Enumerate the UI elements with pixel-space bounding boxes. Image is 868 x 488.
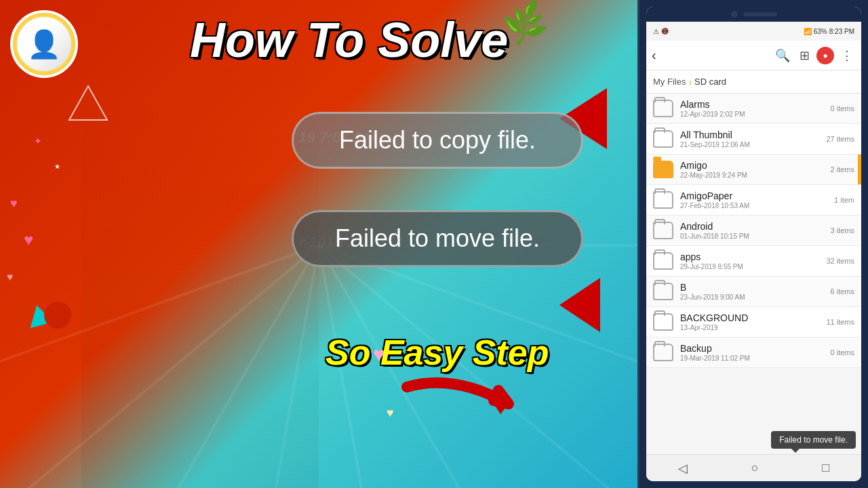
file-date: 21-Sep-2019 12:06 AM [680, 141, 826, 148]
list-item[interactable]: apps29-Jul-2019 8:55 PM32 items [646, 246, 861, 277]
status-right-icons: 📶 63% 8:23 PM [804, 28, 854, 35]
breadcrumb: My Files › SD card [646, 70, 861, 94]
star-deco-1: ✦ [34, 136, 42, 146]
folder-icon [653, 191, 673, 209]
folder-icon [653, 100, 673, 117]
file-info: Amigo22-May-2019 9:24 PM [680, 160, 831, 179]
highlight-indicator [858, 155, 861, 184]
camera-bar [646, 7, 861, 22]
heart-deco-3: ♥ [7, 271, 14, 283]
file-info: Alarms12-Apr-2019 2:02 PM [680, 99, 831, 118]
breadcrumb-separator: › [688, 77, 692, 87]
avatar-icon: 👤 [17, 17, 71, 71]
file-name: Alarms [680, 99, 831, 110]
heart-deco-2: ♥ [24, 230, 33, 249]
file-date: 22-May-2019 9:24 PM [680, 171, 831, 179]
signal-icon: 📶 [804, 28, 812, 35]
warning-icon: ⚠ [653, 28, 659, 35]
file-info: apps29-Jul-2019 8:55 PM [680, 251, 826, 270]
file-date: 19-Mar-2019 11:02 PM [680, 354, 831, 362]
star-deco-2: ★ [54, 163, 60, 170]
camera-dot [731, 11, 738, 18]
file-date: 01-Jun-2018 10:15 PM [680, 232, 831, 240]
status-bar: ⚠ 📵 📶 63% 8:23 PM [646, 22, 861, 41]
heart-deco-4: ♥ [373, 343, 385, 366]
phone-bottom-nav: ◁ ○ □ [646, 454, 861, 481]
search-button[interactable]: 🔍 [772, 45, 793, 66]
file-name: All Thumbnil [680, 129, 826, 140]
profile-icon: ● [823, 51, 827, 60]
more-button[interactable]: ⋮ [838, 45, 856, 66]
file-name: Amigo [680, 160, 831, 171]
file-count: 11 items [826, 318, 854, 326]
file-info: B23-Jun-2019 9:00 AM [680, 282, 831, 301]
red-circle-deco [44, 302, 71, 329]
list-item[interactable]: All Thumbnil21-Sep-2019 12:06 AM27 items [646, 124, 861, 155]
file-name: Android [680, 221, 831, 232]
file-name: B [680, 282, 831, 293]
file-date: 12-Apr-2019 2:02 PM [680, 110, 831, 118]
file-count: 6 items [831, 287, 854, 296]
folder-icon [653, 252, 673, 270]
folder-icon [653, 344, 673, 361]
file-name: Backup [680, 343, 831, 354]
heart-deco-6: ♥ [387, 406, 394, 420]
folder-icon [653, 283, 673, 300]
list-item[interactable]: Backup19-Mar-2019 11:02 PM0 items [646, 338, 861, 368]
file-info: BACKGROUND13-Apr-2019 [680, 312, 826, 331]
notification-icon: 📵 [661, 28, 669, 35]
file-count: 0 items [831, 104, 854, 113]
thumbnail-area: 👤 🌿 How To Solve 19 7:07 PM Failed to co… [0, 0, 637, 488]
error-bubble-copy: Failed to copy file. [292, 112, 583, 169]
file-count: 27 items [826, 135, 854, 143]
speaker-bar [743, 12, 777, 16]
file-list: Alarms12-Apr-2019 2:02 PM0 itemsAll Thum… [646, 94, 861, 454]
folder-icon [653, 313, 673, 331]
file-count: 3 items [831, 226, 854, 235]
phone-panel: ⚠ 📵 📶 63% 8:23 PM ‹ 🔍 ⊞ ● ⋮ My Files › S… [637, 0, 868, 488]
back-button[interactable]: ‹ [652, 47, 656, 63]
nav-bar: ‹ 🔍 ⊞ ● ⋮ [646, 41, 861, 70]
home-nav-button[interactable]: ○ [751, 461, 759, 475]
back-nav-button[interactable]: ◁ [678, 461, 688, 476]
file-date: 23-Jun-2019 9:00 AM [680, 293, 831, 301]
file-info: Backup19-Mar-2019 11:02 PM [680, 343, 831, 362]
profile-button[interactable]: ● [816, 47, 834, 64]
grid-button[interactable]: ⊞ [797, 45, 812, 66]
file-date: 13-Apr-2019 [680, 324, 826, 331]
folder-icon [653, 222, 673, 239]
list-item[interactable]: AmigoPaper27-Feb-2018 10:53 AM1 item [646, 185, 861, 216]
file-info: AmigoPaper27-Feb-2018 10:53 AM [680, 190, 834, 209]
file-count: 0 items [831, 348, 854, 357]
breadcrumb-root[interactable]: My Files [653, 77, 686, 87]
folder-icon [653, 161, 673, 178]
file-count: 1 item [834, 196, 854, 204]
file-name: AmigoPaper [680, 190, 834, 201]
heart-deco-1: ♥ [10, 197, 18, 211]
recents-nav-button[interactable]: □ [822, 461, 829, 475]
avatar: 👤 [10, 10, 78, 78]
file-count: 2 items [831, 165, 854, 174]
tooltip: Failed to move file. [771, 431, 856, 449]
red-triangle-bottom [559, 278, 600, 332]
list-item[interactable]: Alarms12-Apr-2019 2:02 PM0 items [646, 94, 861, 124]
breadcrumb-current: SD card [694, 77, 726, 87]
file-date: 27-Feb-2018 10:53 AM [680, 202, 834, 209]
phone-screen: ⚠ 📵 📶 63% 8:23 PM ‹ 🔍 ⊞ ● ⋮ My Files › S… [646, 7, 861, 481]
list-item[interactable]: B23-Jun-2019 9:00 AM6 items [646, 277, 861, 307]
list-item[interactable]: Amigo22-May-2019 9:24 PM2 items [646, 155, 861, 185]
status-left-icons: ⚠ 📵 [653, 28, 669, 35]
time-text: 8:23 PM [829, 28, 854, 35]
file-count: 32 items [826, 257, 854, 265]
file-info: Android01-Jun-2018 10:15 PM [680, 221, 831, 240]
folder-icon [653, 130, 673, 148]
battery-text: 63% [814, 28, 827, 35]
file-name: BACKGROUND [680, 312, 826, 323]
list-item[interactable]: Android01-Jun-2018 10:15 PM3 items [646, 216, 861, 246]
list-item[interactable]: BACKGROUND13-Apr-201911 items [646, 307, 861, 338]
file-date: 29-Jul-2019 8:55 PM [680, 263, 826, 270]
file-info: All Thumbnil21-Sep-2019 12:06 AM [680, 129, 826, 148]
file-name: apps [680, 251, 826, 262]
person-silhouette [81, 47, 319, 488]
error-bubble-move: Failed to move file. [292, 210, 583, 267]
